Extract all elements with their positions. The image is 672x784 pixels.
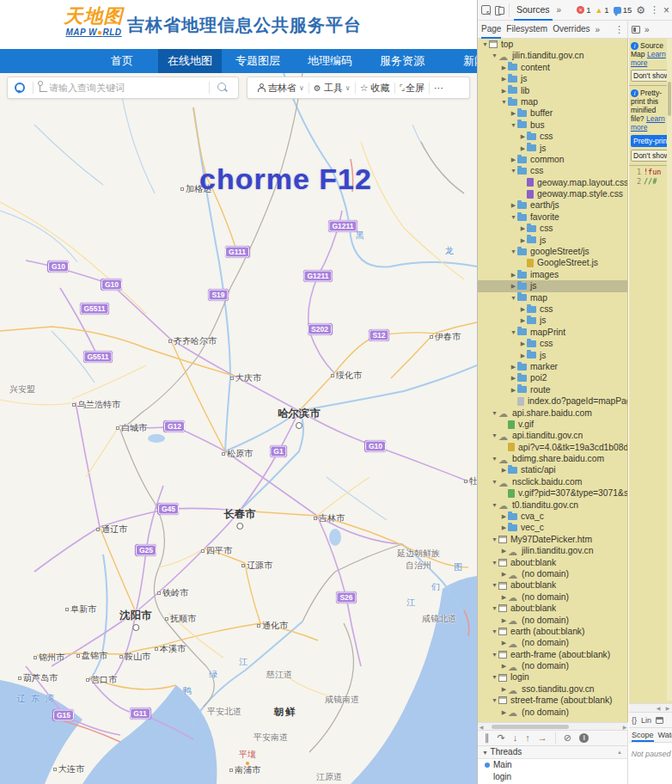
pause-icon[interactable]: ∥ [485,731,490,745]
collapsed-arrow-icon[interactable]: ▶ [519,338,527,349]
pretty-print-button[interactable]: Pretty-print [631,135,670,147]
pause-on-exceptions-icon[interactable]: ∥ [579,733,589,743]
editor-horizontal-scrollbar[interactable]: ◀ ▶ [629,703,672,712]
fullscreen-button[interactable]: ⌜⌟全屏 [395,82,429,95]
tree-row[interactable]: ▼street-frame (about:blank) [478,695,627,706]
scroll-left-arrow[interactable]: ◀ [655,705,662,711]
step-into-icon[interactable]: ↓ [513,731,518,745]
tree-row[interactable]: ▶sso.tianditu.gov.cn [478,683,627,695]
nav-item[interactable]: 首页 [86,49,158,73]
tree-row[interactable]: ▶cva_c [478,511,627,522]
scrollbar-thumb[interactable] [668,82,671,116]
scroll-right-arrow[interactable]: ▶ [664,705,671,711]
threads-header[interactable]: ▼ Threads▲ [478,746,627,759]
tree-row[interactable]: ▶js [478,280,627,291]
tree-row[interactable]: ▼api.share.baidu.com [478,407,627,419]
tree-row[interactable]: ▶(no domain) [478,568,627,579]
tree-row[interactable]: ▶js [478,143,627,154]
collapsed-arrow-icon[interactable]: ▶ [500,637,508,648]
step-over-icon[interactable]: ↷ [498,731,505,745]
tab-page[interactable]: Page [481,21,501,39]
tree-row[interactable]: ▶(no domain) [478,707,627,718]
thread-item[interactable]: login [478,771,627,783]
tree-row[interactable]: v.gif [478,419,627,430]
collapsed-arrow-icon[interactable]: ▶ [519,223,527,234]
tree-row[interactable]: ▶css [478,223,627,234]
tree-row[interactable]: ▶route [478,384,627,395]
expanded-arrow-icon[interactable]: ▼ [491,671,498,683]
collapsed-arrow-icon[interactable]: ▶ [500,615,508,626]
tree-row[interactable]: ▼t0.tianditu.gov.cn [478,499,627,511]
tree-row[interactable]: ▶(no domain) [478,615,627,626]
expanded-arrow-icon[interactable]: ▼ [491,626,498,637]
expanded-arrow-icon[interactable]: ▼ [491,407,498,419]
scroll-up-arrow[interactable]: ▲ [616,746,623,759]
collapsed-arrow-icon[interactable]: ▶ [500,62,508,73]
tree-row[interactable]: ▶poi2 [478,372,627,383]
collapsed-arrow-icon[interactable]: ▶ [519,131,527,142]
tools-menu[interactable]: ⚙工具∨ [309,82,355,95]
tree-row[interactable]: ▶css [478,131,627,142]
tree-row[interactable]: ▼earth-frame (about:blank) [478,649,627,660]
tree-row[interactable]: ▼css [478,165,627,176]
tree-row[interactable]: ▶js [478,73,627,84]
step-out-icon[interactable]: ↑ [525,731,530,745]
tree-row[interactable]: ▼mapPrint [478,327,627,338]
collapsed-arrow-icon[interactable]: ▶ [500,545,508,556]
tree-row[interactable]: geoway.map.layout.css [478,177,627,188]
location-pin-icon[interactable] [14,83,24,93]
tree-row[interactable]: ▶images [478,269,627,280]
collapsed-arrow-icon[interactable]: ▶ [500,511,508,522]
favorite-button[interactable]: ☆收藏 [356,82,394,95]
tree-row[interactable]: ▶js [478,350,627,361]
tree-row[interactable]: ▶(no domain) [478,591,627,603]
expanded-arrow-icon[interactable]: ▼ [491,557,498,568]
collapsed-arrow-icon[interactable]: ▶ [510,372,517,383]
tree-row[interactable]: ▶(no domain) [478,660,627,671]
scroll-left-arrow[interactable]: ◀ [478,724,485,730]
drawer-icon[interactable] [656,717,663,724]
tree-row[interactable]: ▶marker [478,361,627,372]
editor-scrollbar[interactable] [667,39,672,701]
tree-row[interactable]: v.gif?pid=307&type=3071&sign=&dest [478,487,627,499]
inspect-element-icon[interactable] [481,5,491,15]
deactivate-breakpoints-icon[interactable]: ⊘ [564,731,571,745]
search-input[interactable] [49,83,205,93]
nav-item[interactable]: 服务资源 [366,49,438,73]
map-canvas[interactable]: 加格达齐齐哈尔市伊春市绥化市大庆市乌兰浩特市白城市松原市牡丹吉林市通辽市四平市辽… [0,73,477,784]
tree-row[interactable]: ▼login [478,671,627,683]
collapsed-arrow-icon[interactable]: ▶ [519,315,527,326]
tree-row[interactable]: ▼favorite [478,211,627,223]
search-icon[interactable] [217,83,228,93]
tree-row[interactable]: ▶js [478,315,627,326]
collapsed-arrow-icon[interactable]: ▶ [500,73,508,84]
tree-row[interactable]: api?v=4.0&tk=19a3cd1b08ddbfeb3701f [478,442,627,453]
scroll-right-arrow[interactable]: ▶ [621,724,628,730]
tree-row[interactable]: ▼map [478,96,627,107]
collapsed-arrow-icon[interactable]: ▶ [519,235,527,246]
collapsed-arrow-icon[interactable]: ▶ [500,568,508,579]
tree-row[interactable]: ▶(no domain) [478,637,627,648]
device-toolbar-icon[interactable] [495,5,504,15]
tab-overrides[interactable]: Overrides [553,21,590,39]
collapsed-arrow-icon[interactable]: ▶ [500,85,508,96]
collapsed-arrow-icon[interactable]: ▶ [510,280,517,291]
issues-badge[interactable]: 15 [614,5,632,15]
format-braces-icon[interactable]: {} [632,716,637,725]
collapsed-arrow-icon[interactable]: ▶ [510,199,517,211]
collapsed-arrow-icon[interactable]: ▶ [510,269,517,280]
expanded-arrow-icon[interactable]: ▼ [491,476,498,487]
collapsed-arrow-icon[interactable]: ▶ [500,464,508,475]
tree-row[interactable]: ▼about:blank [478,579,627,591]
expanded-arrow-icon[interactable]: ▼ [491,695,498,706]
step-icon[interactable]: → [538,731,547,745]
error-badge[interactable]: ×1 [577,5,590,15]
expanded-arrow-icon[interactable]: ▼ [510,246,517,257]
tree-row[interactable]: ▶css [478,338,627,349]
tree-row[interactable]: ▼about:blank [478,603,627,614]
code-viewer[interactable]: 1!fun 2//# [629,166,672,187]
tree-row[interactable]: ▼api.tianditu.gov.cn [478,430,627,441]
expanded-arrow-icon[interactable]: ▼ [510,211,517,223]
tree-row[interactable]: ▼about:blank [478,557,627,568]
tree-row[interactable]: geoway.map.style.css [478,188,627,199]
